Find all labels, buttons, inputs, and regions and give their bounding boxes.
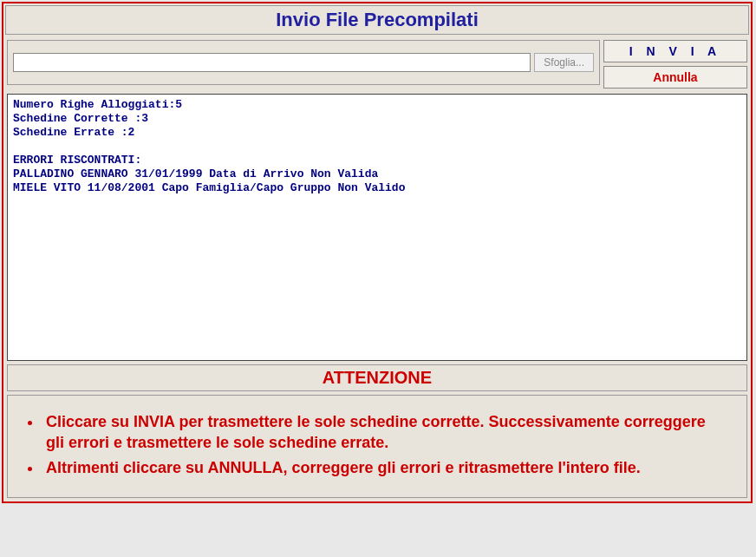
instructions-box: Cliccare su INVIA per trasmettere le sol… [7,395,747,498]
browse-button[interactable]: Sfoglia... [534,53,594,72]
upload-row: Sfoglia... I N V I A Annulla [5,38,749,90]
action-buttons: I N V I A Annulla [603,40,747,88]
instructions-list: Cliccare su INVIA per trasmettere le sol… [42,411,722,478]
log-output[interactable]: Numero Righe Alloggiati:5 Schedine Corre… [7,94,747,361]
attention-heading: ATTENZIONE [323,368,432,387]
instruction-item: Cliccare su INVIA per trasmettere le sol… [42,411,722,454]
annulla-button[interactable]: Annulla [603,66,747,88]
instruction-item: Altrimenti cliccare su ANNULLA, corregge… [42,457,722,478]
upload-panel: Sfoglia... [7,40,600,85]
title-bar: Invio File Precompilati [5,5,749,35]
main-frame: Invio File Precompilati Sfoglia... I N V… [2,2,753,503]
file-path-input[interactable] [13,53,531,72]
attention-bar: ATTENZIONE [7,364,747,391]
invia-button[interactable]: I N V I A [603,40,747,62]
page-title: Invio File Precompilati [276,9,479,30]
